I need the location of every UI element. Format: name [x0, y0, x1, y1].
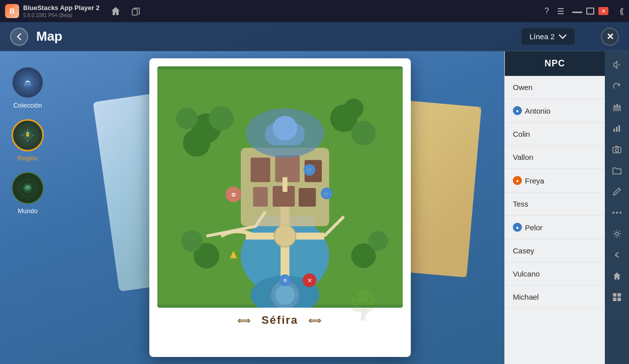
npc-list: Owen ● Antonio Colin Vallon ● Freya Tess [505, 76, 605, 364]
expand-icon[interactable]: ⟪ [619, 7, 624, 16]
svg-rect-66 [613, 298, 616, 301]
content-layout: Colección Región [0, 51, 629, 364]
restore-button[interactable] [586, 8, 594, 15]
npc-name-michael: Michael [513, 293, 539, 301]
npc-panel: NPC Owen ● Antonio Colin Vallon ● Freya [504, 51, 605, 364]
app-version: 5.8.0.1081 P64 (Beta) [23, 13, 100, 18]
brush-button[interactable] [607, 182, 626, 201]
home-toolbar-button[interactable] [607, 266, 626, 286]
svg-rect-57 [618, 125, 620, 132]
freya-dot: ● [513, 176, 522, 185]
svg-point-13 [274, 225, 296, 247]
svg-rect-20 [253, 187, 267, 207]
svg-point-8 [26, 186, 30, 190]
page-title: Map [36, 29, 271, 44]
npc-item-owen[interactable]: Owen [505, 76, 605, 99]
minimize-button[interactable] [572, 12, 582, 13]
npc-name-freya: Freya [525, 176, 544, 185]
npc-name-colin: Colin [513, 130, 530, 138]
npc-item-freya[interactable]: ● Freya [505, 169, 605, 193]
title-arrow-left: ⟺ [237, 316, 251, 326]
svg-point-34 [181, 230, 202, 252]
left-sidebar: Colección Región [0, 51, 55, 364]
arrow-left-button[interactable] [607, 245, 626, 264]
more-button[interactable] [607, 203, 626, 222]
folder-button[interactable] [607, 161, 626, 180]
menu-icon[interactable]: ☰ [557, 7, 564, 16]
region-icon-circle [12, 119, 44, 151]
apps-toolbar-button[interactable] [607, 288, 626, 307]
factory-button[interactable] [607, 98, 626, 117]
svg-point-61 [616, 212, 618, 214]
npc-name-pelor: Pelor [525, 223, 543, 232]
main-area: Map Línea 2 ✕ Colección [0, 22, 629, 364]
rotate-button[interactable] [607, 76, 626, 96]
title-bar-left: B BlueStacks App Player 2 5.8.0.1081 P64… [5, 4, 100, 18]
svg-text:✕: ✕ [307, 277, 312, 284]
camera-button[interactable] [607, 140, 626, 159]
main-map-card: 🛒 🛒 ⚙ ✕ ✿ [149, 58, 411, 357]
linea-dropdown[interactable]: Línea 2 [521, 28, 575, 45]
map-area: 🛒 🛒 ⚙ ✕ ✿ [55, 51, 504, 364]
svg-point-32 [343, 99, 363, 118]
map-watermark: 🌳 [345, 289, 381, 322]
npc-item-colin[interactable]: Colin [505, 123, 605, 146]
svg-point-63 [615, 232, 618, 235]
world-label: Mundo [18, 207, 38, 215]
npc-item-vallon[interactable]: Vallon [505, 146, 605, 169]
svg-text:⚙: ⚙ [283, 278, 287, 283]
svg-rect-52 [614, 105, 615, 107]
npc-item-michael[interactable]: Michael [505, 286, 605, 309]
copy-icon[interactable] [128, 4, 144, 18]
npc-item-pelor[interactable]: ● Pelor [505, 216, 605, 239]
svg-rect-51 [613, 107, 621, 111]
svg-text:🛒: 🛒 [324, 191, 329, 197]
svg-point-31 [351, 121, 376, 145]
svg-rect-53 [616, 104, 618, 107]
svg-text:✿: ✿ [231, 192, 235, 198]
volume-button[interactable] [607, 55, 626, 74]
app-name-block: BlueStacks App Player 2 5.8.0.1081 P64 (… [23, 4, 100, 18]
chart-button[interactable] [607, 119, 626, 138]
npc-name-tess: Tess [513, 200, 528, 208]
npc-name-antonio: Antonio [525, 107, 551, 115]
npc-name-owen: Owen [513, 83, 532, 92]
npc-name-vulcano: Vulcano [513, 269, 540, 278]
sidebar-item-world[interactable]: Mundo [12, 172, 44, 215]
npc-item-antonio[interactable]: ● Antonio [505, 99, 605, 123]
app-logo: B [5, 4, 19, 18]
svg-rect-64 [613, 293, 616, 297]
settings-button[interactable] [607, 224, 626, 243]
region-label: Región [17, 154, 38, 162]
title-arrow-right: ⟺ [308, 316, 322, 326]
npc-header: NPC [505, 51, 605, 76]
svg-point-62 [619, 212, 621, 214]
npc-item-vulcano[interactable]: Vulcano [505, 262, 605, 286]
svg-rect-65 [617, 293, 621, 297]
close-button[interactable]: ✕ [598, 7, 608, 15]
map-name: Séfira [261, 314, 298, 326]
svg-rect-22 [299, 188, 316, 207]
npc-item-casey[interactable]: Casey [505, 239, 605, 262]
home-icon[interactable] [108, 4, 124, 18]
sidebar-item-region[interactable]: Región [12, 119, 44, 162]
map-image-container[interactable]: 🛒 🛒 ⚙ ✕ ✿ [157, 66, 403, 308]
sidebar-item-collection[interactable]: Colección [12, 66, 44, 109]
svg-point-60 [612, 212, 614, 214]
app-name: BlueStacks App Player 2 [23, 4, 100, 12]
title-bar-icons: ? ☰ ✕ ⟪ [545, 7, 624, 16]
antonio-dot: ● [513, 106, 522, 115]
svg-rect-17 [250, 157, 270, 182]
world-icon-circle [12, 172, 44, 204]
header-close-button[interactable]: ✕ [601, 28, 619, 46]
pelor-dot: ● [513, 223, 522, 232]
back-button[interactable] [10, 28, 28, 46]
linea-label: Línea 2 [529, 32, 555, 41]
help-icon[interactable]: ? [545, 7, 549, 16]
collection-icon-circle [12, 66, 44, 99]
svg-point-29 [176, 108, 198, 129]
right-toolbar [605, 51, 629, 364]
npc-name-vallon: Vallon [513, 153, 533, 161]
npc-item-tess[interactable]: Tess [505, 193, 605, 216]
svg-rect-0 [132, 9, 137, 15]
